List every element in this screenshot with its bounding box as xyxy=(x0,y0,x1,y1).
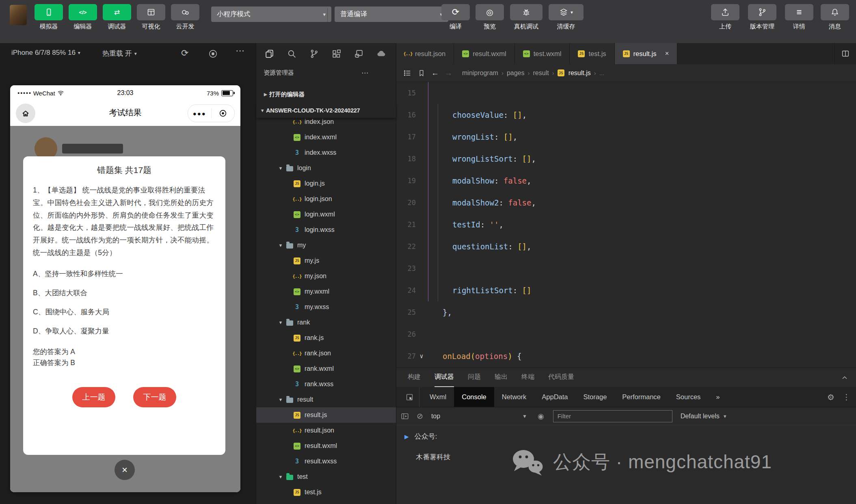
more-menu-icon[interactable]: ●●● xyxy=(188,110,211,117)
console-filter-input[interactable] xyxy=(553,410,672,422)
devtools-tab-Console[interactable]: Console xyxy=(454,387,494,407)
stop-icon[interactable] xyxy=(208,49,218,58)
tree-item-login.wxml[interactable]: <>login.wxml xyxy=(256,207,396,222)
clear-console-icon[interactable]: ⊘ xyxy=(417,411,423,421)
outline-list-icon[interactable] xyxy=(403,69,412,78)
user-avatar[interactable] xyxy=(10,5,27,25)
tree-item-rank.js[interactable]: JSrank.js xyxy=(256,330,396,346)
devtools-tab-Network[interactable]: Network xyxy=(494,387,534,407)
devtools-tab-Sources[interactable]: Sources xyxy=(668,387,709,407)
details-button[interactable]: 详情 xyxy=(785,4,814,30)
tree-item-login[interactable]: ▼login xyxy=(256,160,396,176)
tree-item-my.wxss[interactable]: 3my.wxss xyxy=(256,299,396,315)
tree-item-index.wxss[interactable]: 3index.wxss xyxy=(256,145,396,160)
breadcrumb-item-result[interactable]: result xyxy=(533,69,549,77)
tree-item-login.wxss[interactable]: 3login.wxss xyxy=(256,222,396,238)
collapse-panel-icon[interactable] xyxy=(841,374,849,382)
exit-target-icon[interactable] xyxy=(212,109,235,118)
messages-button[interactable]: 消息 xyxy=(820,4,850,30)
console-sidebar-toggle-icon[interactable] xyxy=(400,412,409,421)
editor-tab-result.wxml[interactable]: <>result.wxml xyxy=(454,43,515,64)
device-select[interactable]: iPhone 6/7/8 85% 16 ▾ xyxy=(11,49,80,57)
devtools-tab-Wxml[interactable]: Wxml xyxy=(422,387,454,407)
version-control-button[interactable]: 版本管理 xyxy=(746,4,778,30)
panel-tab-代码质量[interactable]: 代码质量 xyxy=(548,368,574,387)
tree-item-rank.wxss[interactable]: 3rank.wxss xyxy=(256,376,396,392)
mode-select[interactable]: 小程序模式 ▾ xyxy=(211,6,331,22)
tree-item-my.js[interactable]: JSmy.js xyxy=(256,253,396,268)
explorer-more-icon[interactable]: ⋯ xyxy=(361,69,368,77)
cloud-dev-button[interactable]: 云开发 xyxy=(171,4,200,30)
log-levels-select[interactable]: Default levels ▼ xyxy=(681,413,727,420)
breadcrumb-file[interactable]: result.js xyxy=(569,69,591,77)
option-D[interactable]: D、争取人心、凝聚力量 xyxy=(33,326,216,336)
tree-item-my.wxml[interactable]: <>my.wxml xyxy=(256,284,396,299)
editor-tab-test.wxml[interactable]: <>test.wxml xyxy=(515,43,570,64)
tree-item-test[interactable]: ▼test xyxy=(256,469,396,485)
editor-tab-result.json[interactable]: {..}result.json xyxy=(396,43,454,64)
tree-item-index.wxml[interactable]: <>index.wxml xyxy=(256,130,396,145)
more-options-icon[interactable]: ⋯ xyxy=(236,45,244,56)
expand-chevron-icon[interactable]: ▶ xyxy=(404,433,409,440)
tree-item-result.wxss[interactable]: 3result.wxss xyxy=(256,454,396,469)
devtools-tab-AppData[interactable]: AppData xyxy=(534,387,575,407)
breadcrumb-item-pages[interactable]: pages xyxy=(507,69,525,77)
tree-item-my.json[interactable]: {..}my.json xyxy=(256,268,396,284)
inspect-element-icon[interactable] xyxy=(400,387,419,407)
devtools-settings-icon[interactable]: ⚙ xyxy=(827,392,834,402)
panel-tab-输出[interactable]: 输出 xyxy=(495,368,508,387)
console-eye-icon[interactable]: ◉ xyxy=(538,412,544,421)
hot-reload-toggle[interactable]: 热重载 开 ▾ xyxy=(102,49,137,58)
simulator-button[interactable]: 模拟器 xyxy=(34,4,63,30)
prev-question-button[interactable]: 上一题 xyxy=(72,387,115,407)
visualization-button[interactable]: 可视化 xyxy=(136,4,166,30)
panel-tab-调试器[interactable]: 调试器 xyxy=(434,368,454,387)
tree-item-rank.json[interactable]: {..}rank.json xyxy=(256,346,396,361)
files-icon[interactable] xyxy=(264,49,275,59)
project-root-section[interactable]: ▼ ANSWER-CLOUD-TK-V2-20240227 xyxy=(256,103,396,118)
tree-item-result.wxml[interactable]: <>result.wxml xyxy=(256,438,396,454)
forward-arrow-icon[interactable]: → xyxy=(445,69,452,77)
tree-item-test.js[interactable]: JStest.js xyxy=(256,485,396,500)
tree-item-login.json[interactable]: {..}login.json xyxy=(256,191,396,207)
tree-item-result.json[interactable]: {..}result.json xyxy=(256,423,396,438)
tree-item-login.js[interactable]: JSlogin.js xyxy=(256,176,396,191)
fold-chevron-icon[interactable]: ∨ xyxy=(416,353,427,360)
split-editor-button[interactable] xyxy=(834,43,856,64)
devtools-tab-Storage[interactable]: Storage xyxy=(576,387,615,407)
devtools-tab-Performance[interactable]: Performance xyxy=(614,387,668,407)
remote-debug-button[interactable]: 真机调试 xyxy=(509,4,543,30)
clear-cache-button[interactable]: ▾ 清缓存 xyxy=(548,4,584,30)
tree-item-rank[interactable]: ▼rank xyxy=(256,315,396,330)
close-modal-button[interactable]: × xyxy=(115,460,135,480)
editor-tab-result.js[interactable]: JSresult.js× xyxy=(615,43,678,64)
panel-tab-构建[interactable]: 构建 xyxy=(408,368,421,387)
compile-mode-select[interactable]: 普通编译 ▾ xyxy=(335,6,448,22)
upload-button[interactable]: 上传 xyxy=(711,4,740,30)
open-editors-section[interactable]: ▶ 打开的编辑器 xyxy=(256,87,396,102)
option-B[interactable]: B、大团结大联合 xyxy=(33,288,216,298)
panel-tab-终端[interactable]: 终端 xyxy=(521,368,534,387)
option-C[interactable]: C、围绕中心、服务大局 xyxy=(33,307,216,317)
tree-item-my[interactable]: ▼my xyxy=(256,238,396,253)
panel-tab-问题[interactable]: 问题 xyxy=(468,368,481,387)
debugger-button[interactable]: ⇄ 调试器 xyxy=(102,4,132,30)
editor-tab-test.js[interactable]: JStest.js xyxy=(570,43,614,64)
restart-icon[interactable]: ⟳ xyxy=(181,48,188,58)
close-tab-icon[interactable]: × xyxy=(665,50,669,58)
execution-context-select[interactable]: top ▼ xyxy=(431,413,527,420)
compile-button[interactable]: ⟳ 编译 xyxy=(441,4,470,30)
search-icon[interactable] xyxy=(287,49,297,59)
next-question-button[interactable]: 下一题 xyxy=(133,387,176,407)
source-control-icon[interactable] xyxy=(309,49,319,59)
preview-button[interactable]: ◎ 预览 xyxy=(475,4,504,30)
back-arrow-icon[interactable]: ← xyxy=(431,69,439,77)
bookmark-icon[interactable] xyxy=(417,69,426,77)
extensions-icon[interactable] xyxy=(331,49,342,59)
option-A[interactable]: A、坚持一致性和多样性统一 xyxy=(33,269,216,279)
breadcrumb-item-miniprogram[interactable]: miniprogram xyxy=(462,69,498,77)
tree-item-result.js[interactable]: JSresult.js xyxy=(256,407,396,423)
editor-button[interactable]: </> 编辑器 xyxy=(68,4,97,30)
tree-item-result[interactable]: ▼result xyxy=(256,392,396,407)
cloud-icon[interactable] xyxy=(376,49,387,59)
